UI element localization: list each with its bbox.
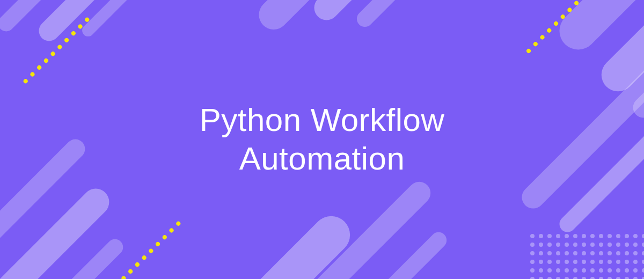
decor-stripe [80,0,157,39]
decor-dotline [114,221,181,279]
hero-banner: Python Workflow Automation [0,0,644,279]
decor-stripe [354,0,441,30]
decor-dotgrid [530,234,644,279]
banner-title: Python Workflow Automation [129,101,515,178]
